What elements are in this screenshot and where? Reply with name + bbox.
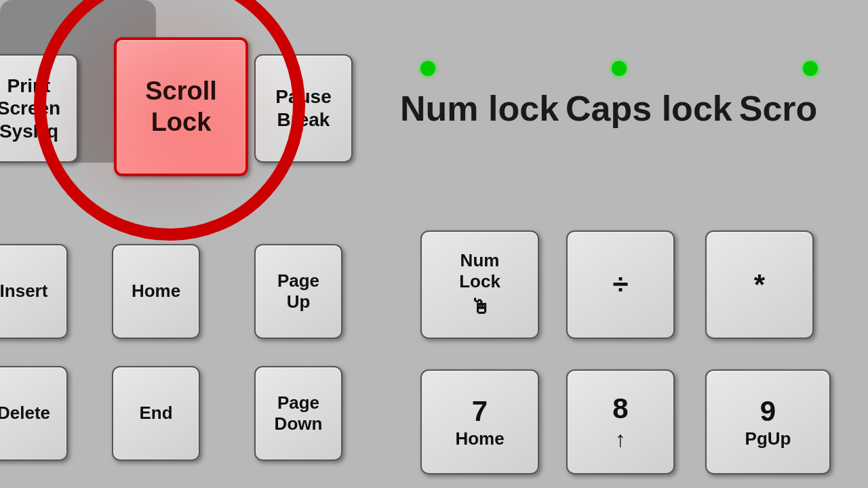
scroll-lock-led <box>803 61 818 76</box>
multiply-key[interactable]: * <box>705 230 814 339</box>
scroll-lock-key[interactable]: Scroll Lock <box>114 37 248 176</box>
home-key[interactable]: Home <box>112 244 200 339</box>
num-lock-key[interactable]: Num Lock 🖱 <box>420 230 539 339</box>
keyboard-background: Num lock Caps lock Scro Print Screen Sys… <box>0 0 868 488</box>
pause-break-key[interactable]: Pause Break <box>254 54 353 163</box>
num7-home-key[interactable]: 7 Home <box>420 369 539 474</box>
divide-key[interactable]: ÷ <box>566 230 675 339</box>
print-screen-key[interactable]: Print Screen SysRq <box>0 54 78 163</box>
indicator-label-row: Num lock Caps lock Scro <box>400 88 824 129</box>
caps-lock-label: Caps lock <box>566 88 732 129</box>
num-lock-label: Num lock <box>400 88 559 129</box>
delete-key[interactable]: Delete <box>0 366 68 461</box>
num9-pgup-key[interactable]: 9 PgUp <box>705 369 831 474</box>
end-key[interactable]: End <box>112 366 200 461</box>
indicator-dot-row <box>420 61 818 76</box>
num8-up-key[interactable]: 8 ↑ <box>566 369 675 474</box>
num-lock-led <box>420 61 435 76</box>
scroll-lock-label: Scro <box>739 88 818 129</box>
page-down-key[interactable]: Page Down <box>254 366 342 461</box>
caps-lock-led <box>612 61 627 76</box>
page-up-key[interactable]: Page Up <box>254 244 342 339</box>
insert-key[interactable]: Insert <box>0 244 68 339</box>
num-lock-mouse-icon: 🖱 <box>470 295 490 319</box>
